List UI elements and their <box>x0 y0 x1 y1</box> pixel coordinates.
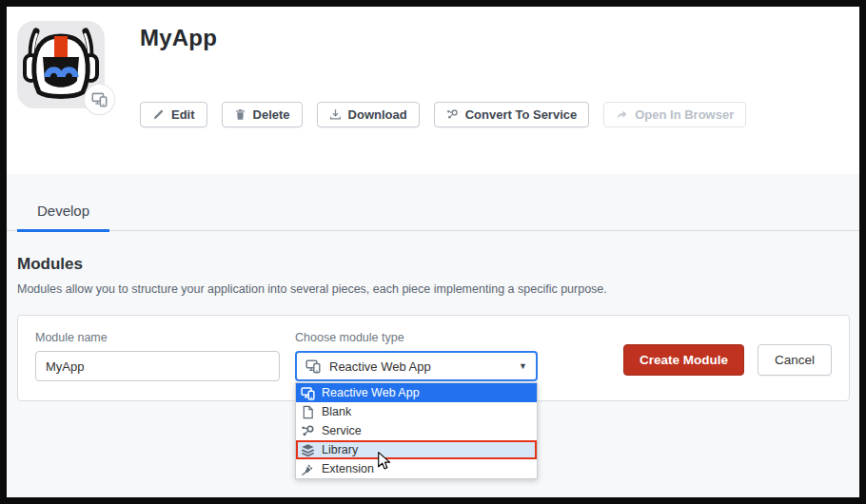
modules-section: Modules Modules allow you to structure y… <box>7 231 859 296</box>
tab-bar: Develop <box>7 174 859 231</box>
option-label: Reactive Web App <box>322 386 420 399</box>
create-module-button[interactable]: Create Module <box>623 344 744 376</box>
delete-button-label: Delete <box>253 107 290 122</box>
module-type-option-blank[interactable]: Blank <box>296 402 537 421</box>
download-button-label: Download <box>348 107 407 122</box>
page-title: MyApp <box>140 25 746 51</box>
download-button[interactable]: Download <box>317 102 420 127</box>
devices-icon <box>91 91 108 107</box>
module-type-select[interactable]: Reactive Web App ▼ <box>295 351 538 381</box>
edit-button-label: Edit <box>171 107 195 122</box>
app-header: MyApp Edit Delete <box>7 7 859 174</box>
module-type-option-library[interactable]: Library <box>296 440 537 459</box>
app-toolbar: Edit Delete Download <box>140 102 746 127</box>
modules-heading: Modules <box>17 255 849 274</box>
create-module-card: Module name Choose module type Reactive … <box>17 315 850 401</box>
module-type-label: Choose module type <box>295 331 538 344</box>
convert-to-service-button[interactable]: Convert To Service <box>434 102 590 127</box>
blank-page-icon <box>301 405 315 419</box>
trash-icon <box>234 108 246 121</box>
service-nodes-icon <box>446 108 459 121</box>
chevron-down-icon: ▼ <box>519 361 527 371</box>
service-nodes-icon <box>301 424 315 438</box>
open-in-browser-icon <box>616 108 628 121</box>
module-name-label: Module name <box>35 331 280 344</box>
screenshot-frame: MyApp Edit Delete <box>0 0 866 504</box>
devices-icon <box>301 386 315 400</box>
option-label: Extension <box>322 462 374 475</box>
open-in-browser-button-label: Open In Browser <box>635 107 734 122</box>
develop-section: Develop Modules Modules allow you to str… <box>7 174 859 497</box>
cancel-button[interactable]: Cancel <box>758 344 832 376</box>
open-in-browser-button[interactable]: Open In Browser <box>603 102 746 127</box>
option-label: Library <box>322 443 358 456</box>
module-type-option-extension[interactable]: Extension <box>296 459 537 478</box>
edit-button[interactable]: Edit <box>140 102 207 127</box>
tab-develop[interactable]: Develop <box>17 203 109 232</box>
option-label: Service <box>322 424 362 437</box>
module-name-input[interactable] <box>35 351 280 381</box>
convert-to-service-button-label: Convert To Service <box>465 107 578 122</box>
module-type-selected-value: Reactive Web App <box>329 359 431 374</box>
pencil-icon <box>152 108 165 121</box>
module-type-dropdown: Reactive Web App Blank Service <box>295 382 538 479</box>
download-icon <box>329 108 342 121</box>
option-label: Blank <box>322 405 351 418</box>
devices-badge <box>85 85 114 114</box>
library-layers-icon <box>301 443 315 457</box>
module-type-option-service[interactable]: Service <box>296 421 537 440</box>
delete-button[interactable]: Delete <box>222 102 303 127</box>
modules-description: Modules allow you to structure your appl… <box>17 282 849 296</box>
card-actions: Create Module Cancel <box>623 344 832 376</box>
module-type-option-reactive-web-app[interactable]: Reactive Web App <box>296 383 537 402</box>
app-icon <box>17 21 105 108</box>
extension-plug-icon <box>301 462 315 476</box>
devices-icon <box>305 359 321 374</box>
